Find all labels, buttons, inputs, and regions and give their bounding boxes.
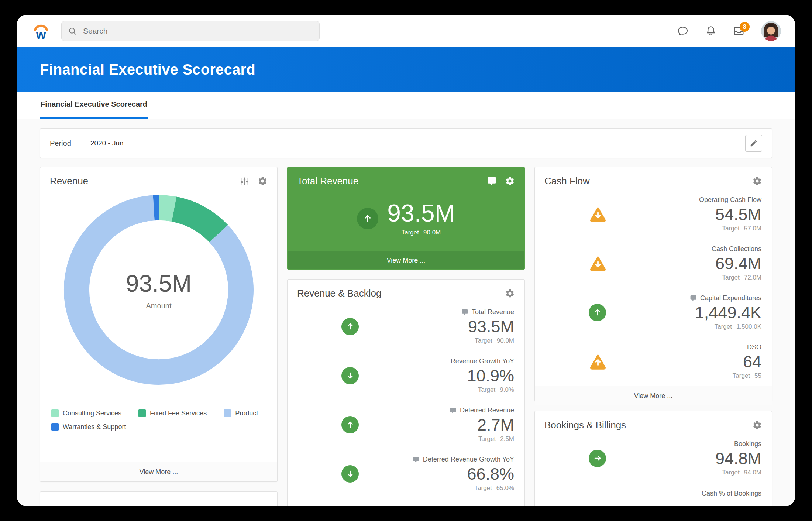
trend-up-icon xyxy=(589,304,606,321)
revenue-backlog-card: Revenue & Backlog xyxy=(287,279,525,506)
kpi-value: 93.5M xyxy=(359,317,514,337)
kpi-row-cash-pct-of-bookings[interactable]: Cash % of Bookings xyxy=(535,483,772,506)
notifications-button[interactable] xyxy=(705,25,717,37)
gear-icon xyxy=(258,176,268,186)
trend-down-icon xyxy=(341,465,359,483)
bookings-billings-card: Bookings & Billings Booking xyxy=(534,411,772,506)
period-value: 2020 - Jun xyxy=(90,139,124,147)
donut-svg xyxy=(61,192,257,388)
revenue-card-title: Revenue xyxy=(50,175,240,187)
cash-flow-title: Cash Flow xyxy=(544,175,752,187)
kpi-label: Capital Expenditures xyxy=(700,294,761,302)
tab-financial-executive-scorecard[interactable]: Financial Executive Scorecard xyxy=(40,92,148,119)
kpi-target: Target1,500.0K xyxy=(606,323,761,330)
period-label: Period xyxy=(50,139,71,148)
kpi-row-total-revenue[interactable]: Total Revenue 93.5M Target90.0M xyxy=(288,302,524,351)
comment-icon[interactable] xyxy=(690,295,697,302)
column-1: Revenue xyxy=(40,167,278,506)
page-header: Financial Executive Scorecard xyxy=(17,47,795,92)
column-3: Cash Flow Operating Cash Fl xyxy=(534,167,772,506)
comment-icon[interactable] xyxy=(450,407,457,414)
avatar-image xyxy=(761,21,781,41)
kpi-row-revenue-growth-yoy[interactable]: Revenue Growth YoY 10.9% Target9.0% xyxy=(288,351,524,400)
bell-icon xyxy=(705,25,717,37)
gear-icon xyxy=(752,420,762,430)
cash-flow-card: Cash Flow Operating Cash Fl xyxy=(534,167,772,401)
comment-icon[interactable] xyxy=(461,309,468,316)
legend-swatch xyxy=(51,409,59,417)
card-settings-button[interactable] xyxy=(258,176,268,186)
kpi-label: Deferred Revenue xyxy=(460,407,514,414)
kpi-label: Deferred Revenue Growth YoY xyxy=(423,456,514,463)
kpi-value: 94.8M xyxy=(606,449,761,469)
kpi-target: Target2.5M xyxy=(359,435,514,443)
card-settings-button[interactable] xyxy=(505,288,515,298)
kpi-value: 66.8% xyxy=(359,464,514,484)
card-settings-button[interactable] xyxy=(505,176,515,186)
kpi-label: Cash % of Bookings xyxy=(702,490,761,497)
search-bar[interactable] xyxy=(61,21,320,41)
kpi-target: Target90.0M xyxy=(359,337,514,345)
legend-label: Consulting Services xyxy=(63,409,121,417)
trend-up-icon xyxy=(357,208,378,229)
workday-logo[interactable]: w xyxy=(31,21,51,41)
trend-up-icon xyxy=(341,318,359,335)
clipped-card xyxy=(40,491,278,506)
comment-button[interactable] xyxy=(487,176,497,186)
topbar-actions: 8 xyxy=(677,21,781,41)
page-title: Financial Executive Scorecard xyxy=(40,61,255,78)
bookings-billings-header: Bookings & Billings xyxy=(535,411,772,434)
edit-period-button[interactable] xyxy=(745,135,762,152)
kpi-row-cash-collections[interactable]: Cash Collections 69.4M Target72.0M xyxy=(535,239,772,288)
kpi-row-deferred-revenue-growth-yoy[interactable]: Deferred Revenue Growth YoY 66.8% Target… xyxy=(288,449,524,498)
kpi-row-dso[interactable]: DSO 64 Target55 xyxy=(535,337,772,386)
warning-up-icon xyxy=(589,353,607,370)
gear-icon xyxy=(752,176,762,186)
kpi-target: Target57.0M xyxy=(607,225,761,232)
sliders-icon xyxy=(240,176,250,186)
svg-text:w: w xyxy=(35,27,46,41)
inbox-badge: 8 xyxy=(740,22,750,32)
kpi-rows: Total Revenue 93.5M Target90.0M xyxy=(288,302,524,498)
kpi-row-capital-expenditures[interactable]: Capital Expenditures 1,449.4K Target1,50… xyxy=(535,288,772,337)
kpi-target: Target65.0% xyxy=(359,484,514,492)
inbox-button[interactable]: 8 xyxy=(733,25,745,37)
avatar[interactable] xyxy=(761,21,781,41)
view-more-link[interactable]: View More ... xyxy=(535,386,772,405)
comment-icon[interactable] xyxy=(413,456,420,463)
pencil-icon xyxy=(750,139,758,147)
revenue-backlog-title: Revenue & Backlog xyxy=(297,288,505,299)
target-label: Target xyxy=(402,229,419,236)
column-2: Total Revenue xyxy=(287,167,525,506)
kpi-label: Total Revenue xyxy=(472,308,514,316)
card-settings-button[interactable] xyxy=(752,176,762,186)
kpi-label: Cash Collections xyxy=(712,245,761,253)
card-grid: Revenue xyxy=(40,167,772,506)
trend-down-icon xyxy=(341,367,359,384)
legend-item: Consulting Services xyxy=(51,409,121,417)
total-revenue-value-row: 93.5M Target 90.0M xyxy=(288,190,524,251)
kpi-value: 10.9% xyxy=(359,366,514,386)
tab-bar: Financial Executive Scorecard xyxy=(17,92,795,119)
trend-up-icon xyxy=(341,416,359,433)
view-more-link[interactable]: View More ... xyxy=(288,251,524,269)
kpi-row-deferred-revenue[interactable]: Deferred Revenue 2.7M Target2.5M xyxy=(288,400,524,449)
total-revenue-value: 93.5M xyxy=(387,201,455,225)
kpi-row-operating-cash-flow[interactable]: Operating Cash Flow 54.5M Target57.0M xyxy=(535,190,772,239)
gear-icon xyxy=(505,288,515,298)
search-input[interactable] xyxy=(82,26,313,36)
kpi-row-bookings[interactable]: Bookings 94.8M Target94.0M xyxy=(535,434,772,483)
revenue-donut-chart: 93.5M Amount xyxy=(61,192,257,388)
view-more-link[interactable]: View More ... xyxy=(40,462,277,481)
legend-item: Fixed Fee Services xyxy=(138,409,207,417)
total-revenue-target: Target 90.0M xyxy=(402,229,441,236)
kpi-rows: Operating Cash Flow 54.5M Target57.0M xyxy=(535,190,772,386)
card-settings-button[interactable] xyxy=(752,420,762,430)
app-window: w 8 xyxy=(17,15,795,506)
kpi-value: 54.5M xyxy=(607,205,761,224)
chat-button[interactable] xyxy=(677,25,689,37)
gear-icon xyxy=(505,176,515,186)
kpi-label: Revenue Growth YoY xyxy=(451,357,514,365)
legend-label: Product xyxy=(235,409,258,417)
chart-config-button[interactable] xyxy=(240,176,250,186)
